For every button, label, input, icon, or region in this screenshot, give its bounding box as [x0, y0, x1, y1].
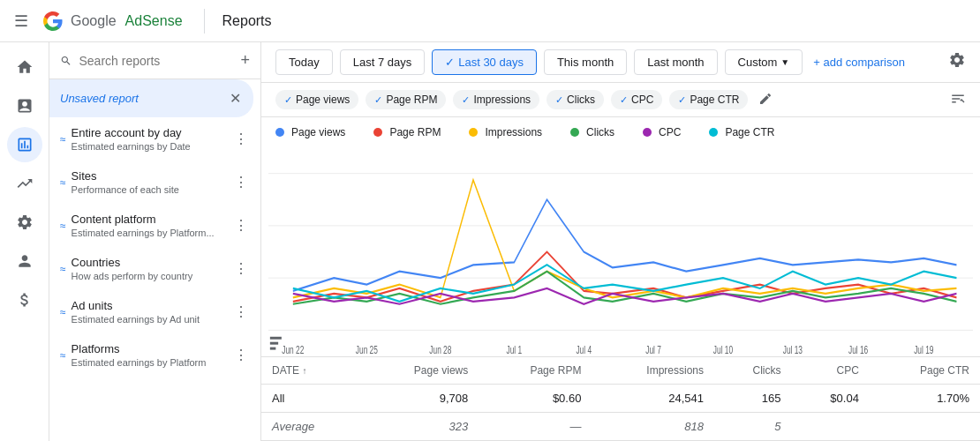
spark-icon-platforms: ≈: [60, 349, 66, 362]
countries-name: Countries: [72, 256, 232, 269]
col-header-clicks[interactable]: Clicks: [714, 357, 792, 385]
metric-tag-pageviews[interactable]: ✓ Page views: [275, 90, 358, 109]
sidebar-item-ad-units[interactable]: ≈ Ad units Estimated earnings by Ad unit…: [49, 290, 260, 333]
sort-icon: ↑: [302, 366, 306, 376]
legend-dot-pagerpm: [373, 128, 382, 137]
legend-pagerpm: Page RPM: [373, 126, 441, 138]
check-cpc: ✓: [620, 94, 628, 106]
cell-date-all: All: [261, 385, 361, 413]
col-header-cpc[interactable]: CPC: [792, 357, 870, 385]
sidebar-item-platforms[interactable]: ≈ Platforms Estimated earnings by Platfo…: [49, 333, 260, 377]
check-impressions: ✓: [462, 94, 470, 106]
filter-custom[interactable]: Custom ▼: [725, 49, 803, 75]
col-header-pagerpm[interactable]: Page RPM: [479, 357, 592, 385]
menu-icon[interactable]: ☰: [14, 11, 28, 31]
filter-last30[interactable]: ✓ Last 30 days: [432, 49, 537, 75]
countries-desc: How ads perform by country: [72, 271, 232, 281]
svg-text:Jun 25: Jun 25: [356, 343, 378, 355]
legend-dot-pagectr: [709, 128, 718, 137]
metric-label-cpc: CPC: [631, 93, 653, 106]
metric-tag-cpc[interactable]: ✓ CPC: [611, 90, 662, 109]
nav-analytics[interactable]: [7, 127, 42, 162]
search-input[interactable]: [79, 54, 233, 68]
metric-label-pageviews: Page views: [296, 93, 350, 106]
menu-icon-sites[interactable]: ⋮: [232, 172, 250, 192]
date-col-label: DATE: [272, 364, 299, 377]
menu-icon-ad-units[interactable]: ⋮: [232, 302, 250, 322]
legend-label-impressions: Impressions: [485, 126, 542, 138]
check-pagectr: ✓: [678, 94, 686, 106]
spark-icon-content: ≈: [60, 220, 66, 232]
menu-icon-entire[interactable]: ⋮: [232, 129, 250, 149]
nav-reports[interactable]: [7, 88, 42, 123]
content-right: Today Last 7 days ✓ Last 30 days This mo…: [261, 42, 980, 441]
platforms-name: Platforms: [72, 342, 232, 355]
nav-monetization[interactable]: [7, 282, 42, 318]
filter-lastmonth[interactable]: Last month: [634, 49, 717, 75]
metric-label-impressions: Impressions: [473, 93, 531, 106]
edit-metrics-icon[interactable]: [758, 92, 773, 108]
metric-tag-pagerpm[interactable]: ✓ Page RPM: [366, 90, 446, 109]
close-icon[interactable]: ✕: [228, 88, 243, 108]
col-header-impressions[interactable]: Impressions: [592, 357, 714, 385]
metric-tag-clicks[interactable]: ✓ Clicks: [547, 90, 604, 109]
check-pageviews: ✓: [284, 94, 292, 106]
svg-text:Jul 19: Jul 19: [914, 343, 933, 355]
sidebar-item-countries[interactable]: ≈ Countries How ads perform by country ⋮: [49, 247, 260, 290]
nav-home[interactable]: [7, 49, 42, 85]
sidebar: + Unsaved report ✕ ≈ Entire account by d…: [49, 42, 261, 441]
sidebar-item-content-platform[interactable]: ≈ Content platform Estimated earnings by…: [49, 204, 260, 247]
chart-options-icon[interactable]: [950, 91, 966, 109]
svg-text:Jun 22: Jun 22: [282, 343, 304, 355]
sidebar-item-sites[interactable]: ≈ Sites Performance of each site ⋮: [49, 161, 260, 204]
menu-icon-countries[interactable]: ⋮: [232, 258, 250, 279]
metric-tag-pagectr[interactable]: ✓ Page CTR: [669, 90, 748, 109]
nav-trends[interactable]: [7, 166, 42, 201]
sidebar-item-entire-account[interactable]: ≈ Entire account by day Estimated earnin…: [49, 117, 260, 161]
check-icon-last30: ✓: [445, 56, 455, 69]
legend-dot-impressions: [469, 128, 478, 137]
add-comparison-button[interactable]: + add comparison: [813, 56, 905, 69]
filter-last7[interactable]: Last 7 days: [340, 49, 426, 75]
legend-label-pagerpm: Page RPM: [389, 126, 441, 138]
col-header-pagectr[interactable]: Page CTR: [870, 357, 980, 385]
check-pagerpm: ✓: [374, 94, 382, 106]
filter-today[interactable]: Today: [275, 49, 333, 75]
platforms-content: Platforms Estimated earnings by Platform: [72, 342, 232, 368]
check-clicks: ✓: [555, 94, 563, 106]
add-report-icon[interactable]: +: [240, 51, 250, 70]
metric-label-clicks: Clicks: [567, 93, 595, 106]
legend-cpc: CPC: [643, 126, 681, 138]
col-header-date[interactable]: DATE ↑: [261, 357, 361, 385]
sidebar-item-unsaved[interactable]: Unsaved report ✕: [49, 79, 253, 117]
filter-thismonth[interactable]: This month: [544, 49, 627, 75]
custom-label: Custom: [738, 56, 778, 69]
nav-settings[interactable]: [7, 205, 42, 240]
logo: ☰ Google AdSense: [14, 11, 183, 32]
menu-icon-platforms[interactable]: ⋮: [232, 345, 250, 365]
nav-users[interactable]: [7, 243, 42, 279]
legend-dot-clicks: [570, 128, 579, 137]
sites-name: Sites: [72, 169, 232, 183]
menu-icon-content[interactable]: ⋮: [232, 215, 250, 235]
unsaved-report-label: Unsaved report: [60, 92, 228, 105]
metric-tag-impressions[interactable]: ✓ Impressions: [453, 90, 539, 109]
cell-pagerpm-avg: —: [479, 413, 592, 441]
chart-area: ✓ Page views ✓ Page RPM ✓ Impressions ✓ …: [261, 83, 980, 441]
settings-gear-icon[interactable]: [948, 51, 966, 73]
cell-pageviews-all: 9,708: [361, 385, 479, 413]
svg-text:Jul 1: Jul 1: [507, 343, 523, 355]
legend-pagectr: Page CTR: [709, 126, 774, 138]
sites-content: Sites Performance of each site: [72, 169, 232, 195]
col-header-pageviews[interactable]: Page views: [361, 357, 479, 385]
cell-pagectr-all: 1.70%: [870, 385, 980, 413]
legend-dot-pageviews: [275, 128, 284, 137]
unsaved-report-content: Unsaved report: [60, 92, 228, 105]
cell-pagectr-avg: [870, 413, 980, 441]
content-platform-content: Content platform Estimated earnings by P…: [72, 213, 232, 238]
google-logo-icon: [42, 11, 64, 32]
countries-content: Countries How ads perform by country: [72, 256, 232, 281]
topbar: ☰ Google AdSense Reports: [0, 0, 980, 42]
legend-label-cpc: CPC: [659, 126, 681, 138]
content-platform-name: Content platform: [72, 213, 232, 226]
